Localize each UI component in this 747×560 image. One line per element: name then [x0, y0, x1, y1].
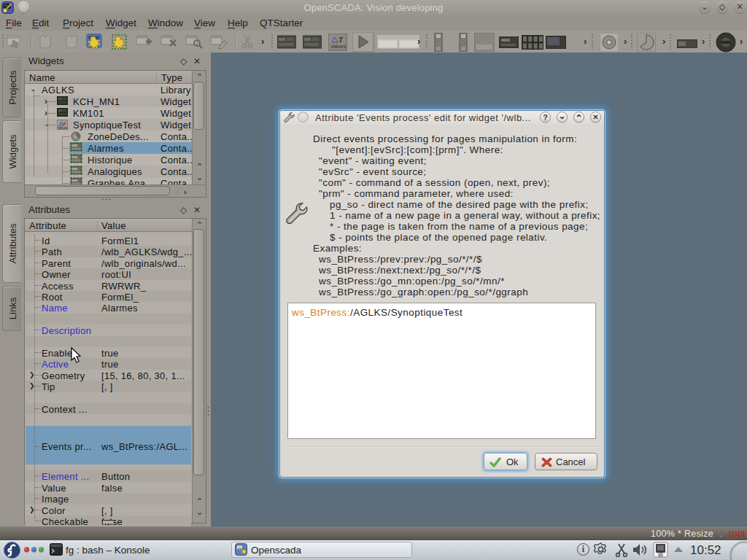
- svg-text:Values: Values: [58, 126, 68, 130]
- svg-text:T: T: [338, 36, 344, 44]
- svg-text:Values: Values: [330, 44, 346, 49]
